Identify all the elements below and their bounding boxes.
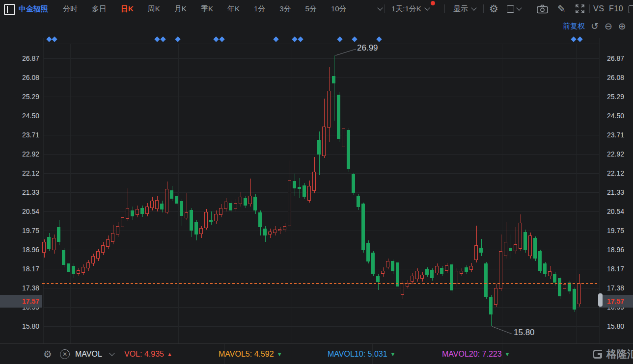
y-axis-label-right: 24.50: [607, 112, 624, 120]
event-diamond-icon[interactable]: [154, 36, 160, 42]
candle: [214, 214, 218, 221]
gridline-h: [43, 97, 599, 97]
y-axis-label-right: 21.33: [607, 188, 624, 196]
candle: [465, 267, 468, 272]
period-more-chevron-icon[interactable]: [374, 0, 382, 18]
candlestick-chart[interactable]: 26.8726.8726.0826.0825.2925.2924.5024.50…: [0, 18, 633, 343]
event-diamond-icon[interactable]: [219, 36, 224, 42]
candle: [258, 212, 262, 227]
candle: [111, 233, 114, 241]
candle: [435, 266, 439, 273]
display-menu[interactable]: 显示: [453, 0, 476, 18]
toolbar-item-10分[interactable]: 10分: [331, 4, 347, 14]
candle: [91, 256, 95, 263]
y-axis-label-left: 17.38: [2, 284, 39, 292]
axis-drag-handle[interactable]: [598, 293, 603, 307]
vs-compare-button[interactable]: VS: [593, 0, 604, 18]
toolbar-item-多日[interactable]: 多日: [92, 4, 107, 14]
candle: [239, 197, 242, 204]
pencil-draw-icon[interactable]: ✎: [557, 0, 566, 18]
toolbar-item-日K[interactable]: 日K: [121, 4, 134, 14]
axis-border-left: [43, 38, 44, 343]
event-diamond-icon[interactable]: [52, 36, 57, 42]
gridline-h: [43, 78, 599, 78]
candle: [327, 91, 330, 128]
price-adjust-mode[interactable]: 前复权: [563, 22, 585, 31]
event-diamond-icon[interactable]: [175, 36, 180, 42]
watermark-text: 格隆汇: [606, 347, 633, 361]
camera-screenshot-icon[interactable]: [537, 0, 548, 18]
stock-name[interactable]: 中金辐照: [19, 0, 48, 18]
candle: [96, 251, 100, 259]
clipped-toolbar-icon[interactable]: [629, 5, 633, 13]
candle: [420, 275, 424, 278]
candle: [67, 263, 70, 272]
f10-info-button[interactable]: F10: [609, 0, 623, 18]
layout-square-icon[interactable]: [507, 0, 521, 18]
candle: [504, 242, 507, 257]
down-triangle-icon: ▼: [277, 351, 282, 357]
gridline-h: [43, 288, 599, 288]
undo-icon[interactable]: ↺: [591, 22, 599, 31]
candle: [234, 203, 237, 209]
interval-selector-label: 1天:1分K: [391, 4, 421, 14]
gridline-v: [70, 44, 71, 343]
indicator-close-icon[interactable]: ✕: [60, 344, 70, 364]
candle: [386, 261, 389, 267]
candle: [283, 226, 286, 230]
candle: [86, 262, 90, 268]
candle: [180, 201, 183, 216]
toolbar-item-季K[interactable]: 季K: [201, 4, 213, 14]
candle: [450, 264, 453, 291]
separator: [385, 4, 385, 13]
toolbar-item-3分[interactable]: 3分: [279, 4, 291, 14]
event-diamond-icon[interactable]: [376, 36, 382, 42]
indicator-name: MAVOL: [75, 350, 102, 359]
y-axis-label-right: 17.38: [607, 284, 624, 292]
y-axis-label-right: 26.87: [607, 54, 624, 62]
candle: [381, 271, 385, 274]
candle: [509, 248, 512, 251]
event-diamond-icon[interactable]: [46, 36, 52, 42]
candle: [199, 228, 203, 234]
toolbar-item-分时[interactable]: 分时: [63, 4, 78, 14]
toolbar-item-周K[interactable]: 周K: [148, 4, 160, 14]
event-diamond-icon[interactable]: [213, 36, 219, 42]
event-diamond-icon[interactable]: [298, 36, 303, 42]
candle: [514, 244, 517, 252]
gridline-v: [178, 44, 179, 343]
candle: [77, 270, 80, 274]
event-diamond-icon[interactable]: [337, 36, 342, 42]
window-panel-icon[interactable]: [4, 4, 15, 15]
candle: [175, 196, 178, 204]
gridline-h: [43, 307, 599, 308]
event-diamond-icon[interactable]: [292, 36, 297, 42]
zoom-in-icon-clipped[interactable]: ⊕: [618, 22, 626, 31]
indicator-selector[interactable]: MAVOL: [75, 344, 114, 364]
candle: [578, 284, 581, 304]
candle: [170, 190, 173, 199]
candle: [219, 208, 222, 215]
event-diamond-icon[interactable]: [273, 36, 278, 42]
candle: [347, 130, 350, 169]
fullscreen-expand-icon[interactable]: [575, 0, 585, 18]
toolbar-item-5分[interactable]: 5分: [305, 4, 317, 14]
candle: [268, 232, 272, 234]
toolbar-item-年K[interactable]: 年K: [227, 4, 240, 14]
candle: [337, 95, 340, 139]
event-diamond-icon[interactable]: [160, 36, 165, 42]
candle: [190, 210, 193, 231]
toolbar-item-1分[interactable]: 1分: [254, 4, 265, 14]
candle: [317, 140, 321, 155]
candle: [484, 263, 488, 297]
event-diamond-icon[interactable]: [352, 36, 357, 42]
settings-gear-icon[interactable]: ⚙: [489, 0, 498, 18]
candle: [371, 253, 375, 274]
toolbar-item-月K[interactable]: 月K: [174, 4, 187, 14]
zoom-out-icon[interactable]: ⊖: [605, 22, 612, 31]
event-diamond-icon[interactable]: [577, 36, 582, 42]
y-axis-label-left: 19.75: [2, 227, 39, 234]
event-diamond-icon[interactable]: [571, 36, 576, 42]
interval-selector[interactable]: 1天:1分K: [391, 0, 429, 18]
indicator-settings-gear-icon[interactable]: ⚙: [43, 344, 52, 364]
